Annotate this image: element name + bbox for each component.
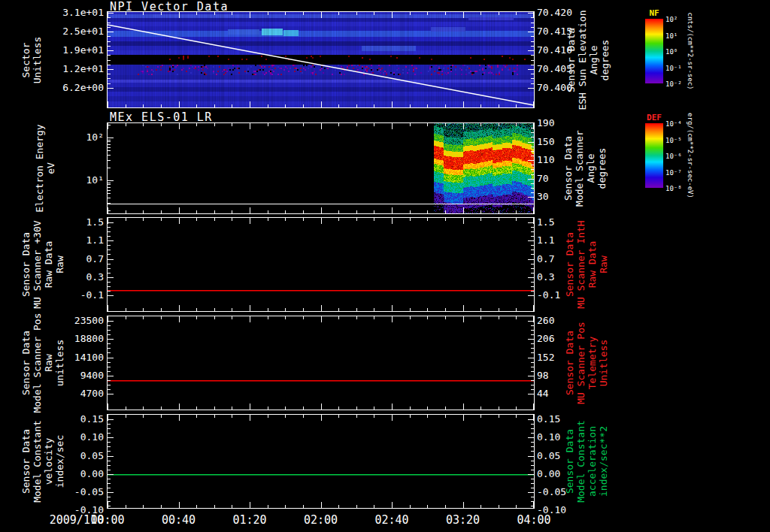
colorbar-def-unit-label: erg/(cm**2-sr-sec-eV): [687, 113, 694, 198]
y-right-axis-label: Sensor Data Model Constant acceleration …: [564, 420, 609, 503]
panel-mu-scanner-plot-canvas: [108, 218, 534, 311]
y-left-tick-label: 3.1e+01: [36, 7, 104, 19]
y-left-axis-label: Sensor Data MU Scanner +30V Raw Data Raw: [20, 220, 65, 308]
x-axis-tick-label: 03:20: [437, 513, 490, 527]
colorbar-def-tick-label: 10⁻⁷: [665, 169, 682, 177]
x-axis-tick-label: 02:00: [295, 513, 347, 527]
y-left-tick-label: 1.2e+01: [36, 63, 104, 75]
colorbar-nf-title: NF: [639, 8, 669, 18]
panel-model-constant-plot-canvas: [108, 415, 534, 508]
y-left-tick-label: 6.2e+00: [36, 82, 104, 94]
y-right-axis-label: Sensor Data ESH Sun Elevation Angle degr…: [565, 10, 611, 110]
colorbar-nf-tick-label: 10⁻²: [665, 80, 682, 88]
y-left-axis-label: Sensor Data Model Constant velocity inde…: [20, 420, 65, 503]
y-left-tick-label: 2.5e+01: [36, 26, 104, 38]
colorbar-def-gradient: [645, 123, 663, 188]
y-right-axis-label: Sensor Data MU Scanner Pos Telemetry Uni…: [564, 322, 609, 404]
colorbar-nf-tick-label: 10⁻¹: [665, 65, 682, 72]
y-left-axis-label: Electron Energy eV: [34, 124, 56, 212]
y-right-tick-label: 190: [537, 117, 590, 129]
panel-els: [107, 122, 535, 214]
panel-mu-scanner: [107, 217, 535, 312]
colorbar-nf-unit-label: cnts/(cm**2-sr-sec): [687, 13, 694, 90]
colorbar-nf-gradient: [645, 19, 663, 83]
panel-scanner-pos-plot-canvas: [108, 316, 534, 410]
panel-els-plot-canvas: [108, 123, 534, 213]
colorbar-def-title: DEF: [639, 113, 669, 122]
colorbar-def-tick-label: 10⁻⁴: [665, 120, 682, 128]
panel-scanner-pos: [107, 316, 535, 410]
colorbar-def-tick-label: 10⁻⁸: [665, 185, 682, 192]
panel-npi-plot-canvas: [108, 12, 534, 107]
x-axis-tick-label: 00:00: [81, 513, 134, 527]
panel-model-constant: [107, 414, 535, 509]
x-axis-tick-label: 00:40: [153, 513, 205, 527]
y-left-axis-label: Sector Unitless: [20, 36, 43, 83]
aspera-multipanel-plot: NPI Vector Data MEx ELS-01 LR 2009/110 3…: [0, 0, 770, 532]
colorbar-def: [645, 123, 663, 188]
y-right-axis-label: Sensor Data Model Scanner Angle degrees: [562, 130, 608, 207]
panel-npi: [107, 11, 535, 108]
colorbar-def-tick-label: 10⁻⁶: [665, 153, 682, 160]
y-left-axis-label: Sensor Data Model Scanner Pos Raw unitle…: [20, 313, 65, 413]
colorbar-nf-tick-label: 10⁰: [665, 48, 678, 56]
y-left-tick-label: 1.9e+01: [36, 44, 104, 56]
colorbar-nf-tick-label: 10²: [665, 16, 678, 23]
colorbar-def-tick-label: 10⁻⁵: [665, 137, 682, 144]
x-axis-tick-label: 04:00: [508, 513, 560, 527]
colorbar-nf: [645, 19, 663, 83]
x-axis-tick-label: 01:20: [223, 513, 276, 527]
x-axis-tick-label: 02:40: [365, 513, 418, 527]
colorbar-nf-tick-label: 10¹: [665, 32, 678, 40]
y-right-axis-label: Sensor Data MU Scanner IntH Raw Data Raw: [564, 220, 609, 308]
